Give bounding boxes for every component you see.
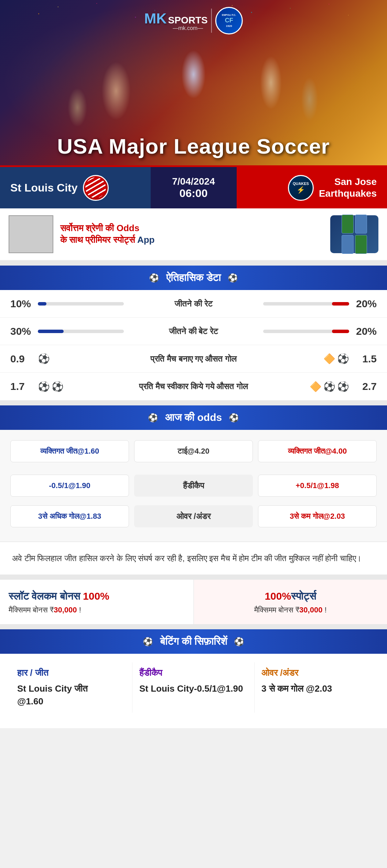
logo-divider [211,9,212,33]
soccer-ball-icon-odds-right: ⚽ [229,413,239,423]
bonus-sub-slots: मैक्सिमम बोनस ₹30,000 ! [9,606,185,614]
stat-left-value-4: 1.7 [10,381,38,392]
stat-icons-left-3: ⚽ [38,353,65,364]
rec-header-1: हार / जीत [17,668,125,678]
team-home: St Louis City [0,167,151,208]
stats-container: 10% जीतने की रेट 20% 30% जीतने की बेट रे… [0,290,387,400]
stat-fill-left-1 [38,302,46,306]
soccer-ball-icon-left: ⚽ [149,273,159,283]
phone-grid [342,215,367,254]
stat-fill-left-2 [38,330,64,333]
recommend-grid: हार / जीत St Louis City जीत@1.60 हैंडीकै… [0,654,387,721]
quakes-label: QUAKES [293,182,309,186]
stat-row-goals-conceded: 1.7 ⚽ ⚽ प्रति मैच स्वीकार किये गये औसत ग… [0,373,387,400]
bonus-card-sports[interactable]: 100%स्पोर्ट्स मैक्सिमम बोनस ₹30,000 ! [194,580,387,624]
analysis-box: अवे टीम फिलहाल जीत हासिल करने के लिए संघ… [0,541,387,575]
stat-fill-right-2 [332,330,349,333]
rec-value-3: 3 से कम गोल @2.03 [261,682,370,695]
ball-icon-right-4-2: ⚽ [323,381,335,392]
rec-value-1: St Louis City जीत@1.60 [17,682,125,707]
stat-row-bet-rate: 30% जीतने की बेट रेट 20% [0,318,387,345]
ball-icon-right-4-3: ⚽ [337,381,349,392]
soccer-ball-icon-rec-left: ⚽ [143,637,153,647]
promo-banner[interactable]: सर्वोत्तम श्रेणी की Odds के साथ प्रीमियर… [0,208,387,260]
phone-mini-3 [342,235,354,254]
stl-logo [85,177,106,198]
phone-mini-2 [355,215,367,234]
away-team-badge: QUAKES ⚡ [288,175,314,201]
stat-label-4: प्रति मैच स्वीकार किये गये औसत गोल [65,382,322,391]
stat-row-goals-scored: 0.9 ⚽ प्रति मैच बनाए गए औसत गोल 🔶 ⚽ 1.5 [0,345,387,373]
bonus-card-slots[interactable]: स्लॉट वेलकम बोनस 100% मैक्सिमम बोनस ₹30,… [0,580,194,624]
promo-phones [330,215,378,253]
soccer-ball-icon-rec-right: ⚽ [234,637,244,647]
section-gap-4 [0,624,387,629]
ball-icon-left-4-2: ⚽ [52,381,64,392]
recommend-col-2: हैंडीकैप St Louis City-0.5/1@1.90 [132,662,255,713]
mk-text: MK [144,10,166,27]
odds-btn-away-win[interactable]: व्यक्तिगत जीत@4.00 [258,440,377,462]
section-gap-3 [0,575,387,580]
stat-label-3: प्रति मैच बनाए गए औसत गोल [65,354,322,364]
recommend-col-1: हार / जीत St Louis City जीत@1.60 [10,662,132,713]
recommend-col-3: ओवर /अंडर 3 से कम गोल @2.03 [255,662,377,713]
handicap-label [10,467,377,473]
ball-icon-right-3-1: 🔶 [323,353,335,364]
rec-value-2: St Louis City-0.5/1@1.90 [139,682,247,695]
soccer-ball-icon-odds-left: ⚽ [148,413,158,423]
stat-fill-right-1 [332,302,349,306]
historical-section-title: ऐतिहासिक डेटा [166,272,221,284]
home-team-badge [83,175,109,201]
bonus-section[interactable]: स्लॉट वेलकम बोनस 100% मैक्सिमम बोनस ₹30,… [0,580,387,624]
odds-type-handicap: हैंडीकैप [134,475,253,497]
stat-row-win-rate: 10% जीतने की रेट 20% [0,290,387,318]
stat-left-value-1: 10% [10,298,38,310]
odds-container: व्यक्तिगत जीत@1.60 टाई@4.20 व्यक्तिगत जी… [0,430,387,541]
odds-section-title: आज की odds [165,412,222,424]
mk-brand: MK SPORTS —mk.com— [144,10,207,31]
stat-bar-left-1 [38,302,124,306]
promo-text: सर्वोत्तम श्रेणी की Odds के साथ प्रीमियर… [60,223,154,246]
bonus-sub-sports: मैक्सिमम बोनस ₹30,000 ! [203,606,379,614]
mksports-logo: MK SPORTS —mk.com— EMPOLI F.C. CF 1920 [144,7,243,34]
stl-stripes [85,177,106,198]
odds-btn-home-win[interactable]: व्यक्तिगत जीत@1.60 [10,440,129,462]
historical-section-header: ⚽ ऐतिहासिक डेटा ⚽ [0,266,387,290]
odds-btn-under[interactable]: 3से कम गोल@2.03 [258,505,377,527]
hero-text-container: USA Major League Soccer [0,134,387,158]
bonus-title-slots: स्लॉट वेलकम बोनस 100% [9,589,185,603]
odds-grid-3: 3से अधिक गोल@1.83 ओवर /अंडर 3से कम गोल@2… [10,505,377,527]
stat-icons-right-3: 🔶 ⚽ [322,353,349,364]
odds-btn-over[interactable]: 3से अधिक गोल@1.83 [10,505,129,527]
phone-mini-1 [342,215,354,234]
odds-btn-tie[interactable]: टाई@4.20 [134,440,253,462]
stat-label-1: जीतने की रेट [134,299,253,309]
rec-header-3: ओवर /अंडर [261,668,370,678]
match-date: 7/04/2024 [172,176,215,187]
odds-btn-handicap-away[interactable]: +0.5/1@1.98 [258,475,377,497]
empoli-badge: EMPOLI F.C. CF 1920 [215,7,243,34]
bonus-title-sports: 100%स्पोर्ट्स [203,589,379,603]
odds-grid-2: -0.5/1@1.90 हैंडीकैप +0.5/1@1.98 [10,475,377,497]
analysis-text: अवे टीम फिलहाल जीत हासिल करने के लिए संघ… [12,552,375,565]
section-gap-1 [0,260,387,266]
hero-title: USA Major League Soccer [0,134,387,158]
recommendations-section-title: बेटिंग की सिफ़ारिशें [160,636,227,648]
home-team-name: St Louis City [10,182,78,194]
recommendations-section-header: ⚽ बेटिंग की सिफ़ारिशें ⚽ [0,629,387,654]
handicap-label-row [10,467,377,473]
odds-grid-1: व्यक्तिगत जीत@1.60 टाई@4.20 व्यक्तिगत जी… [10,440,377,462]
section-gap-2 [0,400,387,405]
sports-text-block: SPORTS —mk.com— [168,16,208,31]
odds-btn-handicap-home[interactable]: -0.5/1@1.90 [10,475,129,497]
stat-bar-right-1 [263,302,349,306]
ball-icon-left-3-1: ⚽ [38,353,50,364]
phone-mini-4 [355,235,367,254]
odds-section-header: ⚽ आज की odds ⚽ [0,405,387,430]
stat-label-2: जीतने की बेट रेट [134,327,253,336]
stat-right-value-2: 20% [349,326,377,337]
stat-right-value-4: 2.7 [349,381,377,392]
stat-icons-left-4: ⚽ ⚽ [38,381,65,392]
stat-bar-right-2 [263,330,349,333]
stat-left-value-3: 0.9 [10,353,38,365]
